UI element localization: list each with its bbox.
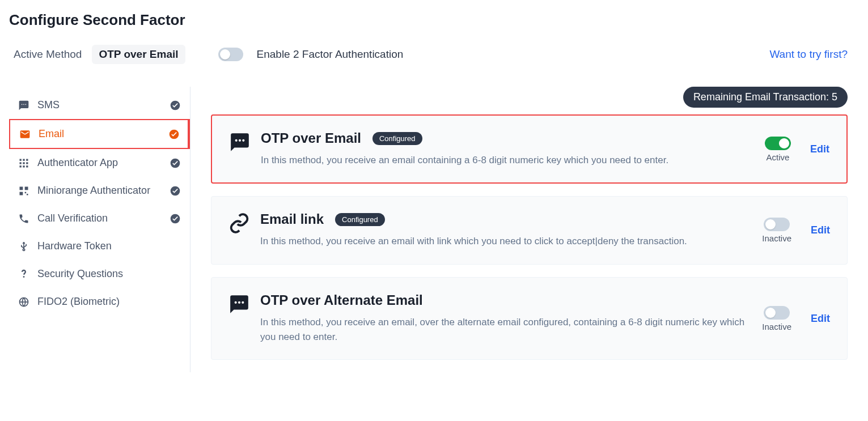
sidebar-item-label: Hardware Token bbox=[37, 240, 181, 252]
chat-icon bbox=[229, 131, 251, 151]
method-toggle[interactable] bbox=[764, 218, 790, 231]
check-icon bbox=[170, 213, 181, 224]
email-icon bbox=[19, 129, 31, 140]
enable-2fa-toggle[interactable] bbox=[218, 48, 243, 61]
sms-icon bbox=[18, 100, 29, 111]
sidebar-item-hardware-token[interactable]: Hardware Token bbox=[9, 232, 190, 260]
check-icon bbox=[168, 129, 180, 140]
edit-link[interactable]: Edit bbox=[811, 224, 830, 236]
method-description: In this method, you receive an email, ov… bbox=[260, 315, 752, 345]
sidebar-item-label: Security Questions bbox=[37, 268, 181, 280]
svg-rect-17 bbox=[20, 192, 23, 195]
svg-rect-12 bbox=[23, 165, 24, 167]
page-title: Configure Second Factor bbox=[9, 11, 857, 29]
svg-point-22 bbox=[23, 249, 24, 250]
edit-link[interactable]: Edit bbox=[810, 143, 829, 155]
sidebar-item-label: FIDO2 (Biometric) bbox=[37, 296, 181, 308]
svg-rect-15 bbox=[20, 186, 23, 190]
svg-point-29 bbox=[242, 301, 244, 303]
sidebar-item-fido2-biometric-[interactable]: FIDO2 (Biometric) bbox=[9, 288, 190, 316]
svg-rect-16 bbox=[25, 186, 28, 190]
svg-rect-13 bbox=[26, 165, 28, 167]
sidebar-item-label: Call Verification bbox=[37, 212, 162, 224]
remaining-badge: Remaining Email Transaction: 5 bbox=[683, 87, 848, 108]
sidebar-item-call-verification[interactable]: Call Verification bbox=[9, 205, 190, 232]
sidebar: SMSEmailAuthenticator AppMiniorange Auth… bbox=[9, 87, 190, 372]
check-icon bbox=[170, 185, 181, 197]
check-icon bbox=[170, 100, 181, 111]
enable-2fa-label: Enable 2 Factor Authentication bbox=[257, 48, 404, 61]
configured-badge: Configured bbox=[335, 213, 385, 226]
method-description: In this method, you receive an email wit… bbox=[260, 234, 752, 249]
sidebar-item-email[interactable]: Email bbox=[9, 119, 190, 149]
link-icon bbox=[228, 212, 250, 232]
svg-point-24 bbox=[235, 139, 238, 142]
svg-rect-5 bbox=[20, 159, 22, 160]
grid-icon bbox=[18, 158, 29, 169]
usb-icon bbox=[18, 241, 29, 252]
svg-rect-7 bbox=[26, 159, 28, 160]
sidebar-item-security-questions[interactable]: Security Questions bbox=[9, 260, 190, 288]
sidebar-item-authenticator-app[interactable]: Authenticator App bbox=[9, 149, 190, 177]
method-title: Email link bbox=[260, 211, 324, 227]
svg-point-27 bbox=[235, 301, 237, 303]
svg-rect-11 bbox=[20, 165, 22, 167]
sidebar-item-label: Email bbox=[39, 128, 160, 140]
method-card-otp-over-alternate-email: OTP over Alternate EmailIn this method, … bbox=[211, 277, 848, 360]
svg-rect-19 bbox=[27, 194, 28, 195]
globe-icon bbox=[18, 296, 29, 308]
svg-point-1 bbox=[23, 104, 24, 105]
svg-rect-9 bbox=[23, 162, 24, 164]
check-icon bbox=[170, 158, 181, 169]
sidebar-item-sms[interactable]: SMS bbox=[9, 91, 190, 119]
method-card-otp-over-email: OTP over EmailConfiguredIn this method, … bbox=[211, 114, 848, 184]
method-state-label: Inactive bbox=[762, 233, 791, 243]
active-method-value: OTP over Email bbox=[92, 45, 185, 64]
question-icon bbox=[18, 269, 29, 280]
svg-point-0 bbox=[22, 104, 23, 105]
edit-link[interactable]: Edit bbox=[811, 313, 830, 325]
method-title: OTP over Email bbox=[261, 130, 361, 146]
svg-point-28 bbox=[238, 301, 240, 303]
chat-icon bbox=[228, 294, 250, 313]
qr-icon bbox=[18, 185, 29, 197]
svg-point-26 bbox=[242, 139, 244, 142]
method-toggle[interactable] bbox=[764, 306, 790, 320]
active-method-label: Active Method bbox=[14, 48, 82, 61]
sidebar-item-label: Miniorange Authenticator bbox=[37, 185, 162, 197]
main-panel: Remaining Email Transaction: 5 OTP over … bbox=[211, 87, 857, 372]
svg-point-2 bbox=[26, 104, 27, 105]
svg-rect-8 bbox=[20, 162, 22, 164]
sidebar-item-miniorange-authenticator[interactable]: Miniorange Authenticator bbox=[9, 177, 190, 205]
header-row: Active Method OTP over Email Enable 2 Fa… bbox=[9, 45, 857, 64]
method-title: OTP over Alternate Email bbox=[260, 292, 423, 308]
sidebar-item-label: SMS bbox=[37, 99, 162, 111]
method-state-label: Inactive bbox=[762, 322, 791, 331]
svg-rect-18 bbox=[25, 192, 27, 193]
configured-badge: Configured bbox=[372, 132, 422, 145]
try-first-link[interactable]: Want to try first? bbox=[769, 48, 857, 61]
method-state-label: Active bbox=[767, 152, 790, 162]
svg-point-25 bbox=[239, 139, 241, 142]
phone-icon bbox=[18, 213, 29, 224]
svg-rect-6 bbox=[23, 159, 24, 160]
method-card-email-link: Email linkConfiguredIn this method, you … bbox=[211, 196, 848, 264]
sidebar-item-label: Authenticator App bbox=[37, 157, 162, 169]
method-description: In this method, you receive an email con… bbox=[261, 153, 755, 168]
svg-rect-10 bbox=[26, 162, 28, 164]
method-toggle[interactable] bbox=[765, 137, 791, 150]
